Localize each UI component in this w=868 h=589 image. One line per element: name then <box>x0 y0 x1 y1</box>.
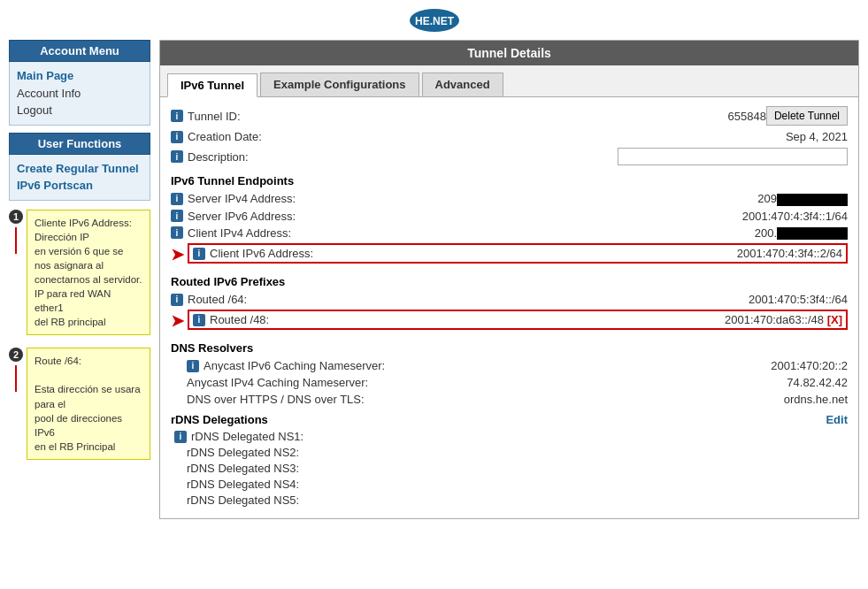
client-ipv4-value: 200. <box>671 226 848 241</box>
routed-48-highlighted-row: i Routed /48: 2001:470:da63::/48 [X] <box>188 310 848 330</box>
description-input[interactable] <box>618 148 848 165</box>
account-menu-body: Main Page Account Info Logout <box>9 62 150 126</box>
annotation-2-number: 2 <box>9 348 23 362</box>
account-info-link[interactable]: Account Info <box>17 85 142 103</box>
rdns-ns4-label: rDNS Delegated NS4: <box>187 478 671 491</box>
dns-https-value: ordns.he.net <box>671 393 848 406</box>
annotation-2-wrapper: 2 Route /64: Esta dirección se usara par… <box>9 348 150 467</box>
anycast-ipv6-label: Anycast IPv6 Caching Nameserver: <box>204 359 671 372</box>
routed-48-label: Routed /48: <box>210 313 665 326</box>
creation-date-label: Creation Date: <box>188 130 671 143</box>
rdns-ns1-label: rDNS Delegated NS1: <box>191 430 671 443</box>
routed-48-icon: i <box>193 314 205 326</box>
arrow-routed-48: ➤ <box>171 311 184 331</box>
dns-https-label: DNS over HTTPS / DNS over TLS: <box>187 393 671 406</box>
rdns-ns3-label: rDNS Delegated NS3: <box>187 462 671 475</box>
server-ipv4-row: i Server IPv4 Address: 209 <box>171 192 848 206</box>
anycast-ipv6-row: i Anycast IPv6 Caching Nameserver: 2001:… <box>171 359 848 372</box>
routed-section-title: Routed IPv6 Prefixes <box>171 275 848 288</box>
client-ipv4-row: i Client IPv4 Address: 200. <box>171 226 848 241</box>
rdns-ns3-row: rDNS Delegated NS3: <box>171 462 848 475</box>
main-page-link[interactable]: Main Page <box>17 67 142 85</box>
dns-section-title: DNS Resolvers <box>171 341 848 355</box>
creation-date-icon: i <box>171 131 183 143</box>
svg-text:HE.NET: HE.NET <box>414 15 454 27</box>
routed-48-value: 2001:470:da63::/48 [X] <box>665 313 842 326</box>
tunnel-id-icon: i <box>171 110 183 122</box>
account-menu-header: Account Menu <box>9 40 150 62</box>
tunnel-id-value: 655848 <box>477 110 766 123</box>
routed-64-value: 2001:470:5:3f4::/64 <box>671 293 848 306</box>
client-ipv6-highlighted-row: i Client IPv6 Address: 2001:470:4:3f4::2… <box>188 243 848 264</box>
delete-tunnel-button[interactable]: Delete Tunnel <box>766 106 848 126</box>
client-ipv4-icon: i <box>171 226 183 239</box>
anycast-ipv4-label: Anycast IPv4 Caching Nameserver: <box>187 376 671 389</box>
annotation-1-text: Cliente IPv6 Address: Dirección IP en ve… <box>35 218 142 328</box>
anycast-ipv4-value: 74.82.42.42 <box>671 376 848 389</box>
tunnel-id-label: Tunnel ID: <box>188 110 477 123</box>
description-row: i Description: <box>171 148 848 165</box>
client-ipv4-label: Client IPv4 Address: <box>188 226 671 240</box>
server-ipv6-value: 2001:470:4:3f4::1/64 <box>671 210 848 223</box>
site-logo: HE.NET <box>408 7 461 34</box>
annotation-1-number: 1 <box>9 210 23 224</box>
server-ipv6-row: i Server IPv6 Address: 2001:470:4:3f4::1… <box>171 210 848 223</box>
annotation-2-box: Route /64: Esta dirección se usara para … <box>27 348 150 460</box>
main-content: Tunnel Details IPv6 Tunnel Example Confi… <box>159 40 859 519</box>
user-functions-header: User Functions <box>9 133 150 155</box>
tab-content: i Tunnel ID: 655848 Delete Tunnel i Crea… <box>160 97 858 518</box>
routed-64-icon: i <box>171 294 183 306</box>
rdns-ns5-row: rDNS Delegated NS5: <box>171 493 848 507</box>
rdns-edit-link[interactable]: Edit <box>826 413 848 426</box>
annotation-1-box: Cliente IPv6 Address: Dirección IP en ve… <box>27 210 150 336</box>
main-layout: Account Menu Main Page Account Info Logo… <box>0 40 868 528</box>
anycast-ipv6-value: 2001:470:20::2 <box>671 359 848 372</box>
tabs-row: IPv6 Tunnel Example Configurations Advan… <box>160 65 858 97</box>
annotation-area: 1 Cliente IPv6 Address: Dirección IP en … <box>9 210 150 467</box>
ipv6-portscan-link[interactable]: IPv6 Portscan <box>17 177 142 195</box>
rdns-ns2-label: rDNS Delegated NS2: <box>187 446 671 459</box>
anycast-ipv6-icon: i <box>187 360 199 372</box>
logo-area: HE.NET <box>0 0 868 40</box>
client-ipv6-value: 2001:470:4:3f4::2/64 <box>665 247 842 260</box>
routed-48-row-wrapper: ➤ i Routed /48: 2001:470:da63::/48 [X] <box>171 310 848 333</box>
routed-64-label: Routed /64: <box>188 293 671 306</box>
client-ipv6-icon: i <box>193 248 205 260</box>
dns-https-row: DNS over HTTPS / DNS over TLS: ordns.he.… <box>171 393 848 406</box>
client-ipv4-redacted <box>777 227 848 240</box>
server-ipv6-icon: i <box>171 210 183 222</box>
anycast-ipv4-row: Anycast IPv4 Caching Nameserver: 74.82.4… <box>171 376 848 389</box>
server-ipv4-label: Server IPv4 Address: <box>188 192 671 205</box>
annotation-2-text: Route /64: Esta dirección se usara para … <box>35 356 141 452</box>
description-value <box>618 148 848 165</box>
sidebar: Account Menu Main Page Account Info Logo… <box>9 40 150 519</box>
rdns-ns2-row: rDNS Delegated NS2: <box>171 446 848 459</box>
routed-64-row: i Routed /64: 2001:470:5:3f4::/64 <box>171 293 848 306</box>
logout-link[interactable]: Logout <box>17 102 142 119</box>
routed-48-delete-link[interactable]: [X] <box>827 313 842 326</box>
annotation-1-wrapper: 1 Cliente IPv6 Address: Dirección IP en … <box>9 210 150 343</box>
client-ipv6-row-wrapper: ➤ i Client IPv6 Address: 2001:470:4:3f4:… <box>171 243 848 266</box>
tunnel-details-header: Tunnel Details <box>160 41 858 65</box>
server-ipv4-value: 209 <box>671 192 848 206</box>
creation-date-row: i Creation Date: Sep 4, 2021 <box>171 130 848 143</box>
user-functions-body: Create Regular Tunnel IPv6 Portscan <box>9 155 150 201</box>
tab-ipv6-tunnel[interactable]: IPv6 Tunnel <box>167 73 257 97</box>
client-ipv6-label: Client IPv6 Address: <box>210 247 665 260</box>
description-icon: i <box>171 150 183 163</box>
arrow-client-ipv6: ➤ <box>171 245 184 264</box>
server-ipv4-icon: i <box>171 193 183 205</box>
rdns-section-title: rDNS Delegations <box>171 413 268 426</box>
rdns-ns4-row: rDNS Delegated NS4: <box>171 478 848 491</box>
creation-date-value: Sep 4, 2021 <box>671 130 848 143</box>
server-ipv4-redacted <box>777 194 848 206</box>
create-tunnel-link[interactable]: Create Regular Tunnel <box>17 160 142 178</box>
tab-advanced[interactable]: Advanced <box>422 73 503 96</box>
tab-example-configurations[interactable]: Example Configurations <box>260 73 419 96</box>
endpoints-section-title: IPv6 Tunnel Endpoints <box>171 174 848 187</box>
tunnel-id-row: i Tunnel ID: 655848 Delete Tunnel <box>171 106 848 126</box>
rdns-ns1-row: i rDNS Delegated NS1: <box>171 430 848 443</box>
rdns-header-row: rDNS Delegations Edit <box>171 413 848 426</box>
rdns-ns5-label: rDNS Delegated NS5: <box>187 493 671 507</box>
server-ipv6-label: Server IPv6 Address: <box>188 210 671 223</box>
